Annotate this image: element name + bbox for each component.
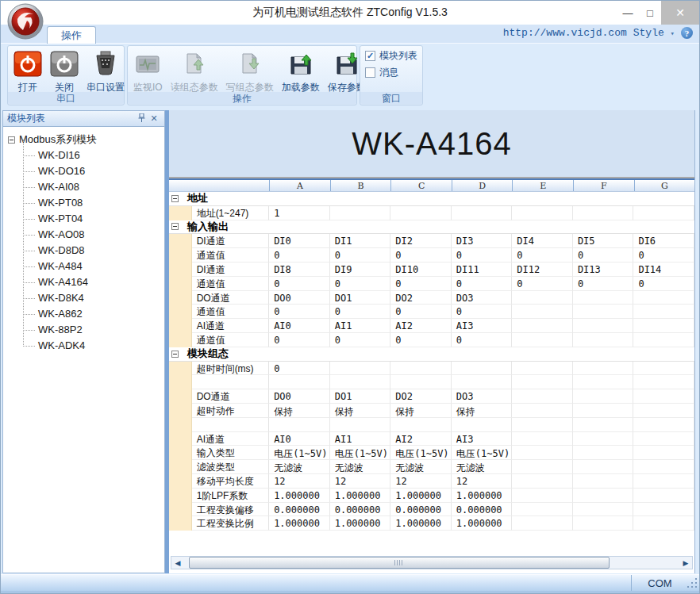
table-cell-g[interactable] [633,446,694,460]
table-cell-d[interactable]: 0 [452,305,513,319]
table-cell-g[interactable] [633,319,694,333]
table-cell-a[interactable]: 0 [269,305,330,319]
table-cell-g[interactable] [633,474,694,489]
table-cell-g[interactable] [633,503,694,517]
table-cell-c[interactable]: AI2 [390,319,452,333]
table-cell-b[interactable]: 电压(1~5V) [330,446,391,460]
table-cell-f[interactable] [573,389,634,404]
table-cell-e[interactable] [512,333,573,347]
tree-item-wk-adk4[interactable]: WK-ADK4 [16,338,161,354]
table-cell-c[interactable]: 0 [390,305,452,319]
table-cell-d[interactable]: DI11 [452,263,513,277]
table-cell-b[interactable]: DI1 [330,234,391,248]
table-cell-g[interactable] [633,404,694,418]
table-cell-f[interactable] [573,362,634,376]
table-cell-a[interactable] [269,418,330,432]
table-cell-a[interactable]: 1.000000 [269,489,330,503]
table-cell-e[interactable]: DI12 [512,263,573,277]
table-cell-e[interactable] [512,319,573,333]
table-cell-a[interactable]: 0 [269,362,330,376]
maximize-button[interactable]: □ [639,1,661,25]
table-cell-d[interactable]: 保持 [452,404,513,418]
table-cell-a[interactable]: DI0 [269,234,330,248]
table-cell-g[interactable] [633,418,694,432]
table-cell-g[interactable] [633,516,694,531]
table-cell-b[interactable]: 0 [330,248,391,263]
table-cell-e[interactable]: 0 [512,277,573,291]
table-cell-f[interactable]: 0 [573,248,634,263]
table-cell-a[interactable]: DI8 [269,263,330,277]
table-cell-d[interactable]: 1.000000 [452,489,513,503]
style-dropdown[interactable]: Style ▾ [633,27,675,39]
table-cell-b[interactable]: 0 [330,277,391,291]
title-bar[interactable]: 为可机电测试组态软件 ZTConfig V1.5.3 — □ ✕ [1,1,699,25]
table-cell-e[interactable] [512,375,573,389]
group-collapse-icon[interactable] [171,351,179,358]
scrollbar-track[interactable] [184,557,679,569]
table-cell-f[interactable] [573,404,634,418]
website-link[interactable]: http://www.vicjd.com [503,27,627,39]
table-cell-f[interactable] [573,418,634,432]
help-icon[interactable]: ? [681,27,693,39]
table-cell-b[interactable]: 12 [330,474,391,489]
table-cell-b[interactable]: 无滤波 [330,460,391,474]
tree-item-wk-a862[interactable]: WK-A862 [16,306,161,322]
table-cell-d[interactable]: AI3 [452,432,513,446]
table-cell-a[interactable]: 0.000000 [269,503,330,517]
table-cell-a[interactable]: 0 [269,277,330,291]
table-cell-e[interactable] [512,404,573,418]
table-cell-c[interactable]: DO2 [390,291,452,305]
table-cell-g[interactable]: 0 [633,248,694,263]
table-cell-e[interactable]: 0 [512,248,573,263]
table-cell-b[interactable] [330,418,391,432]
table-cell-c[interactable]: 0 [390,248,452,263]
table-cell-g[interactable]: 0 [633,277,694,291]
load-params-button[interactable]: 加载参数 [278,48,324,91]
table-cell-e[interactable] [512,389,573,404]
table-cell-g[interactable] [633,333,694,347]
tree-item-wk-a484[interactable]: WK-A484 [16,259,161,274]
table-cell-d[interactable]: 12 [452,474,513,489]
table-cell-a[interactable]: 1.000000 [269,516,330,531]
table-cell-c[interactable]: 无滤波 [390,460,452,474]
table-cell-c[interactable] [390,418,452,432]
scroll-right-icon[interactable]: ▶ [679,557,692,569]
table-cell-g[interactable] [633,389,694,404]
table-cell-e[interactable] [512,362,573,376]
module-list-checkbox[interactable]: 模块列表 [365,49,422,63]
table-cell-e[interactable] [512,418,573,432]
table-cell-c[interactable]: 1.000000 [390,516,452,531]
table-cell-g[interactable] [633,305,694,319]
tree-collapse-icon[interactable] [8,136,15,144]
table-cell-a[interactable]: AI0 [269,432,330,446]
table-cell-d[interactable]: DI3 [452,234,513,248]
table-cell-a[interactable]: AI0 [269,319,330,333]
minimize-button[interactable]: — [617,1,639,25]
table-cell-f[interactable] [573,333,634,347]
read-config-button[interactable]: 读组态参数 [167,48,222,91]
message-checkbox[interactable]: 消息 [365,66,422,79]
table-cell-a[interactable]: 电压(1~5V) [269,446,330,460]
group-collapse-icon[interactable] [171,195,179,202]
tree-item-wk-88p2[interactable]: WK-88P2 [16,322,161,338]
table-cell-g[interactable] [633,206,694,220]
column-header-e[interactable]: E [512,180,573,191]
checkbox-icon[interactable] [365,67,375,78]
app-logo-icon[interactable] [7,3,44,40]
table-cell-g[interactable] [633,291,694,305]
table-cell-f[interactable] [573,432,634,446]
table-cell-a[interactable] [269,375,330,389]
tree-item-wk-di16[interactable]: WK-DI16 [16,148,161,163]
column-header-d[interactable]: D [452,180,513,191]
table-cell-b[interactable]: 1.000000 [330,516,391,531]
tree-item-wk-pt08[interactable]: WK-PT08 [16,195,161,211]
table-cell-d[interactable]: 电压(1~5V) [452,446,513,460]
table-cell-b[interactable]: 保持 [330,404,391,418]
table-cell-b[interactable]: DI9 [330,263,391,277]
table-cell-d[interactable]: DO3 [452,389,513,404]
table-cell-e[interactable] [512,432,573,446]
table-cell-e[interactable] [512,460,573,474]
table-cell-d[interactable]: DO3 [452,291,513,305]
table-cell-d[interactable]: 1.000000 [452,516,513,531]
tree-item-wk-pt04[interactable]: WK-PT04 [16,211,161,227]
